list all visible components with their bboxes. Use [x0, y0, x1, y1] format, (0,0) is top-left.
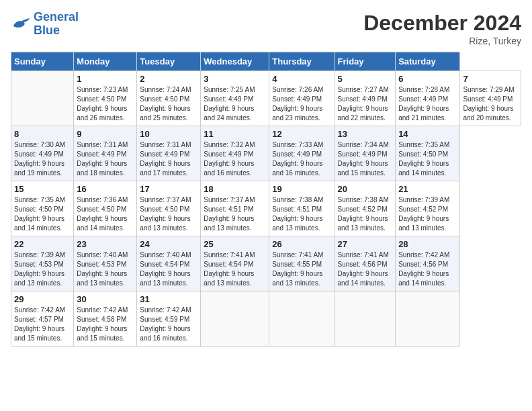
day-number: 30: [77, 294, 134, 304]
calendar-cell: [11, 71, 74, 126]
day-number: 3: [204, 74, 266, 84]
day-info: Sunrise: 7:38 AM Sunset: 4:51 PM Dayligh…: [272, 195, 331, 233]
calendar-cell: 12Sunrise: 7:33 AM Sunset: 4:49 PM Dayli…: [269, 126, 335, 181]
week-row-4: 22Sunrise: 7:39 AM Sunset: 4:53 PM Dayli…: [11, 236, 521, 291]
calendar-cell: 2Sunrise: 7:24 AM Sunset: 4:50 PM Daylig…: [137, 71, 201, 126]
day-number: 20: [338, 184, 393, 194]
logo-bird-icon: [11, 16, 31, 32]
day-info: Sunrise: 7:41 AM Sunset: 4:54 PM Dayligh…: [204, 250, 266, 288]
calendar-cell: 14Sunrise: 7:35 AM Sunset: 4:50 PM Dayli…: [396, 126, 460, 181]
day-info: Sunrise: 7:42 AM Sunset: 4:56 PM Dayligh…: [398, 250, 457, 288]
calendar-cell: [269, 291, 335, 347]
day-info: Sunrise: 7:23 AM Sunset: 4:50 PM Dayligh…: [77, 85, 134, 123]
calendar-cell: 22Sunrise: 7:39 AM Sunset: 4:53 PM Dayli…: [11, 236, 74, 291]
calendar-cell: 13Sunrise: 7:34 AM Sunset: 4:49 PM Dayli…: [335, 126, 396, 181]
logo-text: GeneralBlue: [34, 11, 79, 38]
week-row-2: 8Sunrise: 7:30 AM Sunset: 4:49 PM Daylig…: [11, 126, 521, 181]
day-number: 25: [204, 239, 266, 249]
day-info: Sunrise: 7:42 AM Sunset: 4:57 PM Dayligh…: [14, 306, 71, 343]
calendar-cell: 5Sunrise: 7:27 AM Sunset: 4:49 PM Daylig…: [335, 71, 396, 126]
calendar-cell: 17Sunrise: 7:37 AM Sunset: 4:50 PM Dayli…: [137, 181, 201, 236]
day-info: Sunrise: 7:28 AM Sunset: 4:49 PM Dayligh…: [398, 85, 457, 123]
day-number: 31: [140, 294, 197, 304]
week-row-5: 29Sunrise: 7:42 AM Sunset: 4:57 PM Dayli…: [11, 291, 521, 347]
day-number: 13: [338, 129, 393, 139]
day-number: 15: [14, 184, 71, 194]
day-info: Sunrise: 7:39 AM Sunset: 4:52 PM Dayligh…: [398, 195, 457, 233]
day-info: Sunrise: 7:41 AM Sunset: 4:56 PM Dayligh…: [338, 250, 393, 288]
calendar-table: SundayMondayTuesdayWednesdayThursdayFrid…: [11, 52, 521, 347]
day-number: 1: [77, 74, 134, 84]
month-title: December 2024: [363, 11, 521, 36]
day-info: Sunrise: 7:40 AM Sunset: 4:53 PM Dayligh…: [77, 250, 134, 288]
day-number: 9: [77, 129, 134, 139]
day-number: 27: [338, 239, 393, 249]
day-info: Sunrise: 7:31 AM Sunset: 4:49 PM Dayligh…: [77, 140, 134, 178]
day-number: 26: [272, 239, 331, 249]
day-number: 10: [140, 129, 197, 139]
day-info: Sunrise: 7:38 AM Sunset: 4:52 PM Dayligh…: [338, 195, 393, 233]
column-header-sunday: Sunday: [11, 52, 74, 71]
day-number: 2: [140, 74, 197, 84]
calendar-cell: 21Sunrise: 7:39 AM Sunset: 4:52 PM Dayli…: [396, 181, 460, 236]
day-number: 23: [77, 239, 134, 249]
column-header-wednesday: Wednesday: [201, 52, 269, 71]
day-info: Sunrise: 7:39 AM Sunset: 4:53 PM Dayligh…: [14, 250, 71, 288]
column-header-saturday: Saturday: [396, 52, 460, 71]
column-header-monday: Monday: [74, 52, 137, 71]
day-info: Sunrise: 7:37 AM Sunset: 4:51 PM Dayligh…: [204, 195, 266, 233]
day-info: Sunrise: 7:27 AM Sunset: 4:49 PM Dayligh…: [338, 85, 393, 123]
day-info: Sunrise: 7:32 AM Sunset: 4:49 PM Dayligh…: [204, 140, 266, 178]
day-number: 8: [14, 129, 71, 139]
day-info: Sunrise: 7:29 AM Sunset: 4:49 PM Dayligh…: [463, 85, 518, 123]
day-info: Sunrise: 7:42 AM Sunset: 4:59 PM Dayligh…: [140, 306, 197, 343]
day-number: 4: [272, 74, 331, 84]
day-info: Sunrise: 7:31 AM Sunset: 4:49 PM Dayligh…: [140, 140, 197, 178]
day-info: Sunrise: 7:35 AM Sunset: 4:50 PM Dayligh…: [14, 195, 71, 233]
calendar-header: SundayMondayTuesdayWednesdayThursdayFrid…: [11, 52, 521, 71]
day-info: Sunrise: 7:35 AM Sunset: 4:50 PM Dayligh…: [398, 140, 457, 178]
day-number: 5: [338, 74, 393, 84]
logo: GeneralBlue: [11, 11, 79, 38]
day-info: Sunrise: 7:37 AM Sunset: 4:50 PM Dayligh…: [140, 195, 197, 233]
calendar-cell: 15Sunrise: 7:35 AM Sunset: 4:50 PM Dayli…: [11, 181, 74, 236]
day-number: 18: [204, 184, 266, 194]
calendar-body: 1Sunrise: 7:23 AM Sunset: 4:50 PM Daylig…: [11, 71, 521, 347]
day-info: Sunrise: 7:41 AM Sunset: 4:55 PM Dayligh…: [272, 250, 331, 288]
calendar-cell: 1Sunrise: 7:23 AM Sunset: 4:50 PM Daylig…: [74, 71, 137, 126]
day-info: Sunrise: 7:25 AM Sunset: 4:49 PM Dayligh…: [204, 85, 266, 123]
calendar-cell: 30Sunrise: 7:42 AM Sunset: 4:58 PM Dayli…: [74, 291, 137, 347]
day-number: 28: [398, 239, 457, 249]
calendar-cell: 11Sunrise: 7:32 AM Sunset: 4:49 PM Dayli…: [201, 126, 269, 181]
day-info: Sunrise: 7:40 AM Sunset: 4:54 PM Dayligh…: [140, 250, 197, 288]
column-header-tuesday: Tuesday: [137, 52, 201, 71]
day-number: 12: [272, 129, 331, 139]
calendar-cell: 8Sunrise: 7:30 AM Sunset: 4:49 PM Daylig…: [11, 126, 74, 181]
page-header: GeneralBlue December 2024 Rize, Turkey: [11, 11, 521, 46]
day-info: Sunrise: 7:42 AM Sunset: 4:58 PM Dayligh…: [77, 306, 134, 343]
day-info: Sunrise: 7:34 AM Sunset: 4:49 PM Dayligh…: [338, 140, 393, 178]
day-number: 11: [204, 129, 266, 139]
calendar-cell: 28Sunrise: 7:42 AM Sunset: 4:56 PM Dayli…: [396, 236, 460, 291]
calendar-cell: 18Sunrise: 7:37 AM Sunset: 4:51 PM Dayli…: [201, 181, 269, 236]
calendar-cell: 16Sunrise: 7:36 AM Sunset: 4:50 PM Dayli…: [74, 181, 137, 236]
day-info: Sunrise: 7:33 AM Sunset: 4:49 PM Dayligh…: [272, 140, 331, 178]
day-number: 21: [398, 184, 457, 194]
calendar-cell: 25Sunrise: 7:41 AM Sunset: 4:54 PM Dayli…: [201, 236, 269, 291]
week-row-1: 1Sunrise: 7:23 AM Sunset: 4:50 PM Daylig…: [11, 71, 521, 126]
calendar-cell: 31Sunrise: 7:42 AM Sunset: 4:59 PM Dayli…: [137, 291, 201, 347]
day-info: Sunrise: 7:24 AM Sunset: 4:50 PM Dayligh…: [140, 85, 197, 123]
day-number: 14: [398, 129, 457, 139]
column-header-friday: Friday: [335, 52, 396, 71]
calendar-cell: 19Sunrise: 7:38 AM Sunset: 4:51 PM Dayli…: [269, 181, 335, 236]
day-number: 22: [14, 239, 71, 249]
calendar-cell: 3Sunrise: 7:25 AM Sunset: 4:49 PM Daylig…: [201, 71, 269, 126]
calendar-cell: 29Sunrise: 7:42 AM Sunset: 4:57 PM Dayli…: [11, 291, 74, 347]
calendar-cell: 9Sunrise: 7:31 AM Sunset: 4:49 PM Daylig…: [74, 126, 137, 181]
column-header-thursday: Thursday: [269, 52, 335, 71]
header-row: SundayMondayTuesdayWednesdayThursdayFrid…: [11, 52, 521, 71]
day-number: 6: [398, 74, 457, 84]
calendar-cell: [396, 291, 460, 347]
calendar-cell: 26Sunrise: 7:41 AM Sunset: 4:55 PM Dayli…: [269, 236, 335, 291]
calendar-cell: 10Sunrise: 7:31 AM Sunset: 4:49 PM Dayli…: [137, 126, 201, 181]
